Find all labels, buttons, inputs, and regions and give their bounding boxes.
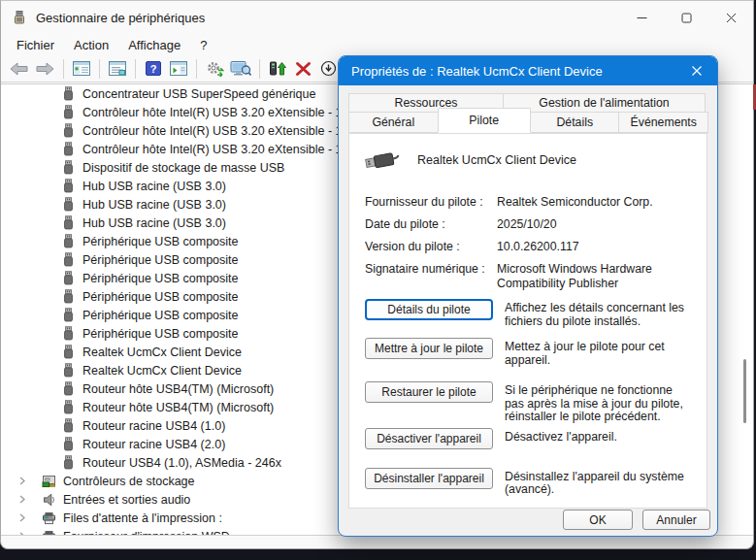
tree-item-label: Contrôleur hôte Intel(R) USB 3.20 eXtens… xyxy=(81,124,361,138)
remote-computer-button[interactable] xyxy=(228,57,253,81)
maximize-button[interactable] xyxy=(664,1,708,34)
back-icon xyxy=(9,61,29,77)
scan-hardware-button[interactable] xyxy=(203,57,226,81)
menubar: FichierActionAffichage? xyxy=(1,34,753,55)
scrollbar-thumb[interactable] xyxy=(743,359,746,423)
tree-item-label: Périphérique USB composite xyxy=(81,235,241,248)
tab-details[interactable]: Détails xyxy=(530,112,620,133)
desinstaller-l-appareil-button[interactable]: Désinstaller l'appareil xyxy=(365,468,493,489)
update-driver-button[interactable] xyxy=(266,57,289,81)
action-description: Désactivez l'appareil. xyxy=(505,428,693,445)
usb-device-icon xyxy=(60,86,76,101)
usb-device-icon xyxy=(60,418,76,433)
tree-item-label: Routeur racine USB4 (2.0) xyxy=(81,438,227,451)
device-header: Realtek UcmCx Client Device xyxy=(365,150,693,170)
tree-item-label: Files d'attente à l'impression : xyxy=(61,511,224,525)
mettre-a-jour-le-pilote-button[interactable]: Mettre à jour le pilote xyxy=(365,338,493,359)
close-button[interactable] xyxy=(708,1,753,34)
tab-pilote[interactable]: Pilote xyxy=(438,108,531,133)
device-name: Realtek UcmCx Client Device xyxy=(417,153,576,167)
action-pane-icon xyxy=(170,61,187,76)
chevron-right-icon[interactable] xyxy=(18,532,32,536)
info-value: 10.0.26200.117 xyxy=(497,240,693,254)
menu-fichier[interactable]: Fichier xyxy=(7,36,64,54)
tree-item-label: Realtek UcmCx Client Device xyxy=(81,364,244,378)
toolbar-separator xyxy=(259,59,260,79)
remote-computer-icon xyxy=(230,61,251,77)
action-description: Mettez à jour le pilote pour cet apparei… xyxy=(505,338,693,367)
action-pane-button[interactable] xyxy=(167,57,190,81)
toolbar-separator xyxy=(135,59,136,79)
ok-button[interactable]: OK xyxy=(563,510,633,530)
chevron-right-icon[interactable] xyxy=(18,477,32,485)
usb-connector-icon xyxy=(365,150,400,170)
info-label: Version du pilote : xyxy=(365,240,497,254)
printer-icon xyxy=(41,511,56,525)
cancel-button[interactable]: Annuler xyxy=(642,510,710,530)
tab-gestion-de-l-alimentation[interactable]: Gestion de l'alimentation xyxy=(503,93,706,113)
disable-device-button[interactable] xyxy=(316,57,340,81)
tree-item-label: Hub USB racine (USB 3.0) xyxy=(81,180,228,193)
help-icon: ? xyxy=(146,61,161,76)
action-row: Désactiver l'appareilDésactivez l'appare… xyxy=(365,428,693,449)
desktop: Gestionnaire de périphériques FichierAct… xyxy=(0,0,756,560)
usb-device-icon xyxy=(60,289,76,304)
menu-aide[interactable]: ? xyxy=(190,36,216,54)
restaurer-le-pilote-button[interactable]: Restaurer le pilote xyxy=(365,381,493,403)
properties-button[interactable] xyxy=(106,57,129,81)
storage-controller-icon xyxy=(41,475,56,488)
toolbar-separator xyxy=(196,59,197,79)
action-row: Mettre à jour le piloteMettez à jour le … xyxy=(365,338,693,367)
tree-item-label: Routeur hôte USB4(TM) (Microsoft) xyxy=(81,382,276,396)
menu-affichage[interactable]: Affichage xyxy=(118,36,190,54)
action-description: Désinstallez l'appareil du système (avan… xyxy=(505,468,693,497)
usb-device-icon xyxy=(60,326,76,341)
tree-item-label: Contrôleur hôte Intel(R) USB 3.20 eXtens… xyxy=(81,143,361,156)
usb-device-icon xyxy=(60,271,76,285)
tree-item-label: Routeur racine USB4 (1.0) xyxy=(81,419,227,433)
forward-button[interactable] xyxy=(33,57,57,81)
tree-item-label: Routeur hôte USB4(TM) (Microsoft) xyxy=(81,401,276,414)
tree-item-label: Routeur USB4 (1.0), ASMedia - 246x xyxy=(81,456,283,470)
tree-scrollbar[interactable] xyxy=(740,279,750,515)
usb-device-icon xyxy=(60,308,76,322)
tree-item-label: Périphérique USB composite xyxy=(81,272,241,285)
usb-device-icon xyxy=(60,234,76,248)
usb-device-icon xyxy=(60,455,76,470)
tree-item-label: Contrôleur hôte Intel(R) USB 3.20 eXtens… xyxy=(81,106,361,119)
desactiver-l-appareil-button[interactable]: Désactiver l'appareil xyxy=(365,428,493,449)
tree-item-label: Realtek UcmCx Client Device xyxy=(81,346,244,359)
usb-device-icon xyxy=(60,252,76,267)
dialog-close-button[interactable] xyxy=(676,56,717,85)
dialog-titlebar: Propriétés de : Realtek UcmCx Client Dev… xyxy=(339,56,717,85)
usb-device-icon xyxy=(60,123,76,138)
help-button[interactable]: ? xyxy=(142,57,165,81)
window-title: Gestionnaire de périphériques xyxy=(36,11,205,25)
scan-hardware-icon xyxy=(206,61,224,77)
usb-device-icon xyxy=(60,363,76,378)
chevron-right-icon[interactable] xyxy=(18,513,32,522)
titlebar: Gestionnaire de périphériques xyxy=(1,1,753,34)
tab-evenements[interactable]: Événements xyxy=(618,112,708,133)
chevron-right-icon[interactable] xyxy=(18,495,32,504)
info-value: Microsoft Windows Hardware Compatibility… xyxy=(497,262,693,291)
usb-device-icon xyxy=(60,179,76,193)
info-label: Fournisseur du pilote : xyxy=(365,195,497,210)
minimize-button[interactable] xyxy=(619,1,664,34)
tree-item-label: Périphérique USB composite xyxy=(81,290,241,304)
uninstall-device-button[interactable] xyxy=(291,57,314,81)
dialog-title: Propriétés de : Realtek UcmCx Client Dev… xyxy=(351,64,603,79)
details-du-pilote-button[interactable]: Détails du pilote xyxy=(365,299,493,320)
tree-item-label: Périphérique USB composite xyxy=(81,309,241,322)
forward-icon xyxy=(35,61,55,77)
usb-device-icon xyxy=(60,215,76,230)
dialog-footer: OK Annuler xyxy=(563,510,710,530)
back-button[interactable] xyxy=(7,57,31,81)
usb-device-icon xyxy=(60,197,76,212)
tree-item-label: Contrôleurs de stockage xyxy=(61,475,197,488)
info-label: Signataire numérique : xyxy=(365,262,497,291)
menu-action[interactable]: Action xyxy=(64,36,118,54)
console-tree-button[interactable] xyxy=(70,57,93,81)
tab-general[interactable]: Général xyxy=(348,112,439,133)
info-value: 2025/10/20 xyxy=(497,217,693,232)
